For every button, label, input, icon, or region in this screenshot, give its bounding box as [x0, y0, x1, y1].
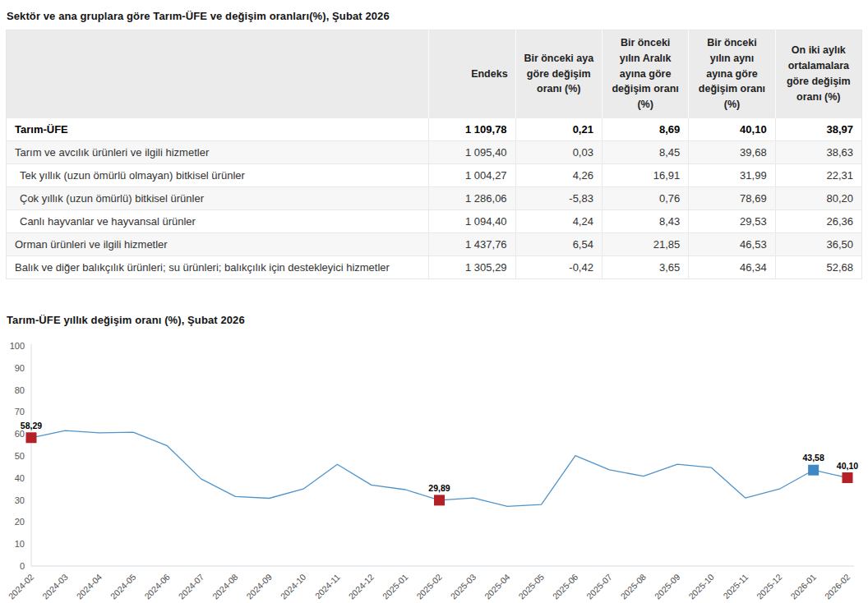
x-axis-tick-label: 2025-03 [449, 572, 478, 601]
row-value: 40,10 [689, 117, 775, 140]
row-value: 26,36 [775, 209, 861, 232]
row-value: 78,69 [689, 186, 775, 209]
row-label: Tarım-ÜFE [7, 117, 429, 140]
y-axis-tick-label: 30 [15, 495, 25, 504]
x-axis-tick-label: 2024-07 [177, 572, 206, 601]
row-value: 29,53 [689, 209, 775, 232]
row-value: 0,76 [602, 186, 688, 209]
row-label: Tarım ve avcılık ürünleri ve ilgili hizm… [7, 140, 429, 163]
table-section: Sektör ve ana gruplara göre Tarım-ÜFE ve… [6, 10, 862, 279]
table-title: Sektör ve ana gruplara göre Tarım-ÜFE ve… [7, 10, 862, 22]
x-axis-tick-label: 2026-01 [788, 572, 818, 601]
x-axis-tick-label: 2025-01 [381, 572, 410, 601]
row-value: 1 305,29 [429, 255, 515, 278]
column-header: Bir önceki yılın Aralık ayına göre değiş… [602, 30, 688, 118]
row-value: 1 094,40 [429, 209, 515, 232]
x-axis-tick-label: 2025-05 [516, 572, 546, 601]
row-value: 22,31 [775, 163, 861, 186]
row-value: 16,91 [602, 163, 688, 186]
table-body: Tarım-ÜFE1 109,780,218,6940,1038,97Tarım… [7, 117, 862, 278]
x-axis-tick-label: 2024-03 [40, 572, 70, 601]
y-axis-tick-label: 40 [15, 473, 25, 483]
marker-annual-point [26, 432, 37, 443]
column-header: On iki aylık ortalamalara göre değişim o… [775, 30, 861, 118]
row-label: Balık ve diğer balıkçılık ürünleri; su ü… [7, 255, 429, 278]
y-axis-tick-label: 60 [15, 429, 25, 439]
y-axis-tick-label: 70 [15, 407, 25, 417]
x-axis-tick-label: 2024-02 [7, 572, 36, 601]
table-header-row: EndeksBir önceki aya göre değişim oranı … [7, 30, 862, 118]
row-value: 4,26 [515, 163, 602, 186]
row-value: 1 095,40 [429, 140, 515, 163]
table-row: Orman ürünleri ve ilgili hizmetler1 437,… [7, 232, 862, 255]
table-row: Canlı hayvanlar ve hayvansal ürünler1 09… [7, 209, 862, 232]
row-value: 1 004,27 [429, 163, 515, 186]
y-axis-tick-label: 0 [20, 561, 25, 571]
table-row: Balık ve diğer balıkçılık ürünleri; su ü… [7, 255, 862, 278]
x-axis-tick-label: 2025-10 [686, 572, 716, 601]
table-row: Tarım ve avcılık ürünleri ve ilgili hizm… [7, 140, 862, 163]
marker-value-label: 58,29 [21, 421, 42, 430]
x-axis-tick-label: 2024-11 [313, 572, 342, 601]
x-axis-tick-label: 2024-09 [244, 572, 274, 601]
column-header: Endeks [429, 30, 515, 118]
row-value: 6,54 [515, 232, 602, 255]
x-axis-tick-label: 2025-08 [618, 572, 648, 601]
y-axis-tick-label: 100 [10, 341, 25, 351]
column-header-empty [7, 30, 429, 118]
x-axis-tick-label: 2026-02 [823, 572, 852, 601]
row-value: 80,20 [775, 186, 861, 209]
row-label: Orman ürünleri ve ilgili hizmetler [7, 232, 429, 255]
marker-value-label: 43,58 [802, 453, 824, 463]
row-value: 46,53 [689, 232, 775, 255]
x-axis-tick-label: 2024-08 [210, 572, 240, 601]
table-row: Çok yıllık (uzun ömürlü) bitkisel ürünle… [7, 186, 862, 209]
chart-title: Tarım-ÜFE yıllık değişim oranı (%), Şuba… [7, 314, 862, 326]
row-value: 1 109,78 [429, 117, 515, 140]
table-row: Tarım-ÜFE1 109,780,218,6940,1038,97 [7, 117, 862, 140]
row-value: 8,45 [602, 140, 688, 163]
marker-value-label: 40,10 [837, 460, 858, 470]
marker-value-label: 29,89 [428, 483, 450, 493]
y-axis-tick-label: 50 [15, 451, 25, 461]
x-axis-tick-label: 2024-12 [346, 572, 376, 601]
y-axis-tick-label: 20 [15, 517, 25, 527]
marker-annual-point [434, 495, 445, 505]
row-label: Tek yıllık (uzun ömürlü olmayan) bitkise… [7, 163, 429, 186]
marker-previous-month [808, 464, 819, 475]
chart-section: Tarım-ÜFE yıllık değişim oranı (%), Şuba… [6, 314, 862, 603]
row-label: Çok yıllık (uzun ömürlü) bitkisel ürünle… [7, 186, 429, 209]
row-value: 38,97 [775, 117, 861, 140]
x-axis-tick-label: 2025-09 [653, 572, 682, 601]
row-value: 36,50 [775, 232, 861, 255]
row-value: 3,65 [602, 255, 688, 278]
x-axis-tick-label: 2025-12 [755, 572, 784, 601]
line-chart: 01020304050607080901002024-022024-032024… [6, 329, 862, 603]
row-value: -0,42 [515, 255, 602, 278]
row-value: 38,63 [775, 140, 861, 163]
row-value: 8,43 [602, 209, 688, 232]
column-header: Bir önceki aya göre değişim oranı (%) [515, 30, 602, 118]
x-axis-tick-label: 2024-05 [108, 572, 138, 601]
row-value: 39,68 [689, 140, 775, 163]
y-axis-tick-label: 10 [15, 539, 25, 549]
row-value: 52,68 [775, 255, 861, 278]
row-value: 0,03 [515, 140, 602, 163]
x-axis-tick-label: 2024-06 [142, 572, 172, 601]
x-axis-tick-label: 2025-02 [414, 572, 444, 601]
marker-annual-point [843, 472, 853, 483]
row-value: 31,99 [689, 163, 775, 186]
x-axis-tick-label: 2024-04 [74, 572, 104, 601]
x-axis-tick-label: 2025-04 [482, 572, 512, 601]
row-value: 1 286,06 [429, 186, 515, 209]
x-axis-tick-label: 2025-11 [721, 572, 750, 601]
column-header: Bir önceki yılın aynı ayına göre değişim… [689, 30, 775, 118]
x-axis-tick-label: 2025-07 [584, 572, 614, 601]
row-value: 46,34 [689, 255, 775, 278]
y-axis-tick-label: 90 [15, 363, 25, 373]
page: Sektör ve ana gruplara göre Tarım-ÜFE ve… [0, 0, 868, 603]
row-value: 0,21 [515, 117, 602, 140]
x-axis-tick-label: 2024-10 [279, 572, 308, 601]
row-value: -5,83 [515, 186, 602, 209]
x-axis-tick-label: 2025-06 [551, 572, 580, 601]
